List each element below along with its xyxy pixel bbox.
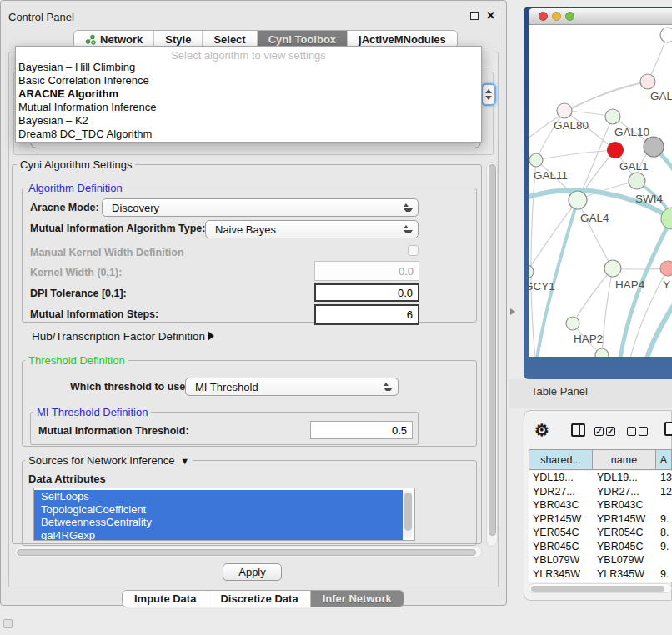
table-row[interactable]: YIL053CYIL053C9. — [529, 581, 672, 582]
deselect-checkbox-icon-2[interactable] — [639, 427, 648, 436]
network-node[interactable] — [557, 103, 572, 118]
network-node[interactable] — [605, 109, 620, 124]
which-threshold-combo[interactable]: MI Threshold — [185, 378, 399, 396]
attribute-item-betweennesscentrality[interactable]: BetweennessCentrality — [34, 516, 403, 529]
settings-horizontal-scrollbar[interactable] — [14, 547, 482, 558]
network-node[interactable] — [608, 142, 624, 158]
table-row[interactable]: YBR043CYBR043C — [529, 498, 672, 512]
panel-grip[interactable] — [3, 619, 13, 628]
document-icon[interactable] — [664, 422, 672, 436]
tab-jactivemnodules[interactable]: jActiveMNodules — [348, 31, 457, 48]
network-edge[interactable] — [578, 200, 613, 268]
table-horizontal-scrollbar[interactable] — [529, 583, 672, 593]
tab-style[interactable]: Style — [154, 31, 203, 48]
network-edge[interactable] — [536, 111, 564, 160]
close-panel-icon[interactable]: ✕ — [486, 9, 495, 22]
network-edge[interactable] — [536, 150, 615, 160]
attribute-item-gal4rgexp[interactable]: gal4RGexp — [34, 529, 403, 542]
attr-scroll-thumb[interactable] — [404, 492, 412, 531]
network-node[interactable] — [640, 74, 655, 89]
column-header-a[interactable]: A — [656, 449, 672, 470]
apply-button[interactable]: Apply — [223, 563, 282, 581]
network-edge[interactable] — [537, 200, 578, 357]
mi-type-combo[interactable]: Naive Bayes — [205, 220, 419, 238]
network-node[interactable] — [604, 260, 621, 277]
column-layout-icon[interactable] — [571, 423, 585, 437]
algorithm-combo-stepper[interactable] — [481, 83, 496, 106]
table-row[interactable]: YBL079WYBL079W — [529, 553, 672, 568]
table-row[interactable]: YER054CYER054C8. — [529, 526, 672, 540]
attr-list-scrollbar[interactable] — [404, 490, 413, 538]
column-header-shared-[interactable]: shared... — [529, 449, 593, 470]
popup-item-basic-correlation-inference[interactable]: Basic Correlation Inference — [18, 74, 479, 88]
close-window-icon[interactable] — [539, 12, 548, 21]
popup-item-dream8-dc-tdc-algorithm[interactable]: Dream8 DC_TDC Algorithm — [18, 128, 479, 141]
splitpane-collapse-icon[interactable] — [510, 308, 515, 315]
network-edge[interactable] — [647, 300, 672, 357]
popup-item-bayesian-k2[interactable]: Bayesian – K2 — [18, 114, 479, 128]
table-cell: YBL079W — [593, 554, 656, 566]
sources-title-text: Sources for Network Inference — [28, 454, 175, 467]
network-node[interactable] — [569, 191, 587, 209]
zoom-window-icon[interactable] — [565, 12, 574, 21]
table-row[interactable]: YDR27...YDR27...12 — [529, 485, 672, 499]
settings-vscroll-thumb[interactable] — [489, 164, 496, 536]
table-row[interactable]: YLR345WYLR345W9. — [529, 568, 672, 582]
network-node[interactable] — [660, 261, 672, 276]
combo-stepper-icon — [404, 225, 413, 233]
combo-stepper-icon — [384, 382, 393, 391]
network-edge[interactable] — [529, 200, 578, 272]
network-node[interactable] — [529, 153, 543, 167]
table-cell: YBR045C — [529, 541, 593, 552]
table-row[interactable]: YBR045CYBR045C9. — [529, 540, 672, 554]
attribute-item-selfloops[interactable]: SelfLoops — [34, 490, 403, 503]
network-node[interactable] — [595, 348, 609, 357]
bottom-tab-impute-data[interactable]: Impute Data — [123, 591, 208, 607]
settings-hscroll-thumb[interactable] — [17, 549, 476, 556]
tab-select[interactable]: Select — [203, 31, 257, 48]
popup-item-bayesian-hill-climbing[interactable]: Bayesian – Hill Climbing — [18, 61, 479, 74]
manual-kernel-checkbox[interactable] — [408, 245, 419, 256]
network-window-titlebar[interactable] — [529, 8, 672, 25]
network-edge[interactable] — [602, 268, 613, 355]
network-canvas[interactable]: GALGAL80GAL10GAL1GAL11SWI4GAL4HAP4YGCY1H… — [529, 25, 672, 357]
network-node[interactable] — [566, 317, 579, 330]
table-row[interactable]: YDL19...YDL19...13 — [529, 471, 672, 485]
sources-collapse-icon[interactable]: ▼ — [178, 456, 189, 466]
network-edge[interactable] — [573, 268, 613, 323]
tab-network[interactable]: Network — [74, 31, 154, 48]
float-window-icon[interactable] — [470, 12, 479, 20]
network-node[interactable] — [644, 137, 664, 157]
data-attributes-list[interactable]: SelfLoopsTopologicalCoefficientBetweenne… — [33, 488, 415, 541]
popup-item-mutual-information-inference[interactable]: Mutual Information Inference — [18, 101, 479, 114]
bottom-tab-infer-network[interactable]: Infer Network — [311, 591, 404, 607]
attribute-item-topologicalcoefficient[interactable]: TopologicalCoefficient — [34, 503, 403, 517]
popup-item-aracne-algorithm[interactable]: ARACNE Algorithm — [18, 88, 479, 101]
deselect-checkbox-icon-1[interactable] — [627, 427, 636, 436]
which-threshold-value: MI Threshold — [195, 381, 258, 393]
kernel-width-field[interactable]: 0.0 — [314, 261, 419, 281]
aracne-mode-combo[interactable]: Discovery — [102, 198, 419, 217]
column-header-name[interactable]: name — [593, 449, 656, 470]
dpi-tolerance-field[interactable]: 0.0 — [314, 283, 419, 302]
settings-gear-icon[interactable]: ⚙ — [534, 420, 549, 440]
network-node[interactable] — [529, 265, 534, 278]
table-hscroll-thumb[interactable] — [531, 586, 664, 592]
table-cell: YDL19... — [593, 472, 656, 483]
stepper-down-icon — [485, 96, 492, 100]
mi-threshold-field[interactable]: 0.5 — [310, 421, 413, 439]
table-cell: YBL079W — [529, 554, 593, 566]
bottom-tab-discretize-data[interactable]: Discretize Data — [208, 591, 310, 607]
network-node[interactable] — [629, 172, 645, 189]
hub-expand-icon[interactable] — [208, 331, 214, 341]
settings-vertical-scrollbar[interactable] — [486, 162, 498, 547]
select-all-checkbox-icon-2[interactable]: ✓ — [606, 427, 615, 436]
network-node[interactable] — [660, 28, 672, 42]
hub-section-label[interactable]: Hub/Transcription Factor Definition — [32, 330, 205, 342]
mi-steps-field[interactable]: 6 — [314, 304, 419, 325]
select-all-checkbox-icon-1[interactable]: ✓ — [594, 427, 604, 436]
table-row[interactable]: YPR145WYPR145W9. — [529, 512, 672, 527]
sources-group-title[interactable]: Sources for Network Inference ▼ — [25, 454, 193, 467]
minimize-window-icon[interactable] — [552, 12, 561, 21]
tab-cyni-toolbox[interactable]: Cyni Toolbox — [258, 31, 348, 48]
